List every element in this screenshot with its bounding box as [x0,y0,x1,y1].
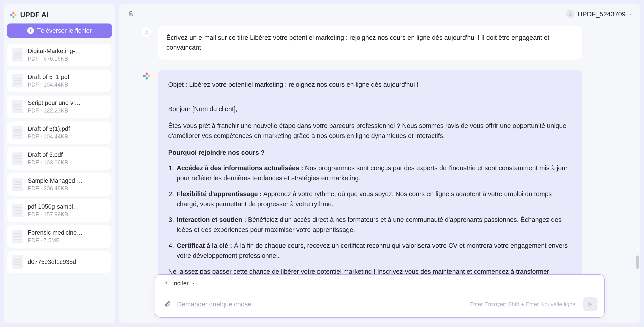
ai-point-bold: Flexibilité d'apprentissage : [177,190,262,198]
user-message-row: Écrivez un e-mail sur ce titre Libérez v… [141,26,582,60]
file-meta: PDF · 122.23KB [28,107,106,114]
input-mode-row[interactable]: Inciter [155,275,604,287]
file-info: pdf-1050g-sampl…PDF · 157.99KB [28,203,106,218]
person-icon [144,29,150,35]
file-item[interactable]: pdf-1050g-sampl…PDF · 157.99KB [7,199,111,222]
app-title: UPDF AI [20,11,48,19]
upload-icon [27,27,34,34]
user-menu[interactable]: UPDF_5243709 [566,10,633,18]
file-item[interactable]: Script pour une vi…PDF · 122.23KB [7,96,111,118]
file-info: d0775e3df1c935d [28,258,106,266]
delete-button[interactable] [126,9,136,19]
file-name: Draft of 5.pdf [28,152,106,158]
file-item[interactable]: Digital-Marketing-…PDF · 676.16KB [7,44,111,66]
file-icon [12,152,23,165]
ai-point: Interaction et soutien : Bénéficiez d'un… [176,215,572,235]
file-icon [12,100,23,114]
upload-button[interactable]: Téléverser le fichier [7,24,112,38]
file-icon [12,204,23,217]
file-info: Draft of 5_1.pdfPDF · 104.44KB [28,74,106,88]
app-logo-icon [10,12,17,18]
ai-message-row: Objet : Libérez votre potentiel marketin… [141,70,582,286]
ai-point: Flexibilité d'apprentissage : Apprenez à… [176,189,572,209]
file-meta: PDF · 104.44KB [28,133,106,140]
upload-button-label: Téléverser le fichier [37,27,92,34]
scrollbar-thumb[interactable] [636,256,639,269]
ai-points-list: Accédez à des informations actualisées :… [168,163,572,261]
file-name: Digital-Marketing-… [28,48,106,54]
ai-point-bold: Accédez à des informations actualisées : [177,164,303,172]
file-meta: PDF · 103.06KB [28,159,106,166]
file-name: Sample Managed … [28,177,106,184]
user-message-bubble: Écrivez un e-mail sur ce titre Libérez v… [158,26,582,60]
file-meta: PDF · 157.99KB [28,211,106,218]
ai-point-bold: Interaction et soutien : [177,216,246,223]
ai-message-bubble: Objet : Libérez votre potentiel marketin… [158,70,582,286]
file-info: Sample Managed …PDF · 206.48KB [28,177,106,192]
topbar: UPDF_5243709 [119,4,640,21]
file-list[interactable]: Digital-Marketing-…PDF · 676.16KBDraft o… [7,44,112,320]
ai-intro: Êtes-vous prêt à franchir une nouvelle é… [168,121,572,141]
sidebar-header: UPDF AI [7,9,112,24]
ai-point-text: À la fin de chaque cours, recevez un cer… [177,242,568,259]
file-icon [12,126,23,139]
input-hint: Enter Envoyer; Shift + Enter Nouvelle li… [469,301,576,308]
file-icon [12,74,23,88]
file-item[interactable]: Sample Managed …PDF · 206.48KB [7,173,111,196]
file-meta: PDF · 676.16KB [28,56,106,62]
user-avatar [141,26,152,37]
file-item[interactable]: Forensic medicine…PDF · 7.5MB [7,225,111,248]
ai-point-bold: Certificat à la clé : [177,242,232,249]
file-name: Draft of 5_1.pdf [28,74,106,80]
attach-button[interactable] [163,300,172,309]
ai-avatar [141,71,152,82]
file-name: pdf-1050g-sampl… [28,203,106,210]
ai-greeting: Bonjour [Nom du client], [168,104,572,114]
file-item[interactable]: d0775e3df1c935d [7,251,111,273]
sidebar: UPDF AI Téléverser le fichier Digital-Ma… [4,4,116,324]
user-avatar-icon [566,10,574,18]
file-info: Draft of 5.pdfPDF · 103.06KB [28,152,106,166]
ai-heading: Pourquoi rejoindre nos cours ? [168,148,572,158]
file-meta: PDF · 7.5MB [28,237,106,244]
send-icon [587,301,594,307]
ai-point: Certificat à la clé : À la fin de chaque… [176,241,572,261]
ai-point: Accédez à des informations actualisées :… [176,163,572,183]
ai-logo-icon [143,72,151,80]
file-meta: PDF · 104.44KB [28,82,106,88]
file-name: Script pour une vi… [28,100,106,106]
file-item[interactable]: Draft of 5(1).pdfPDF · 104.44KB [7,122,111,144]
send-button[interactable] [583,297,598,311]
svg-point-0 [569,12,571,14]
file-info: Forensic medicine…PDF · 7.5MB [28,229,106,244]
username-label: UPDF_5243709 [578,10,626,18]
caret-down-icon [192,282,195,285]
file-info: Draft of 5(1).pdfPDF · 104.44KB [28,126,106,140]
file-name: Draft of 5(1).pdf [28,126,106,132]
file-item[interactable]: Draft of 5_1.pdfPDF · 104.44KB [7,70,111,92]
file-meta: PDF · 206.48KB [28,185,106,192]
file-icon [12,255,23,268]
file-name: d0775e3df1c935d [28,258,106,266]
input-mode-label: Inciter [172,280,189,287]
chat-input[interactable] [177,300,464,308]
chat-input-container: Inciter Enter Envoyer; Shift + Enter Nou… [155,274,605,318]
ai-subject: Objet : Libérez votre potentiel marketin… [168,80,572,90]
app-root: UPDF AI Téléverser le fichier Digital-Ma… [0,0,644,327]
scrollbar[interactable] [636,10,639,317]
file-info: Digital-Marketing-…PDF · 676.16KB [28,48,106,62]
chevron-down-icon [629,12,633,16]
file-info: Script pour une vi…PDF · 122.23KB [28,100,106,114]
divider [168,96,572,96]
file-item[interactable]: Draft of 5.pdfPDF · 103.06KB [7,148,111,170]
file-name: Forensic medicine… [28,229,106,236]
svg-point-1 [146,30,148,32]
file-icon [12,178,23,191]
input-row: Enter Envoyer; Shift + Enter Nouvelle li… [155,292,604,317]
file-icon [12,230,23,243]
main-panel: UPDF_5243709 Écrivez un e-mail sur ce ti… [119,4,640,324]
file-icon [12,48,23,62]
sparkle-icon [164,281,169,286]
paperclip-icon [164,300,171,307]
trash-icon [128,10,134,17]
